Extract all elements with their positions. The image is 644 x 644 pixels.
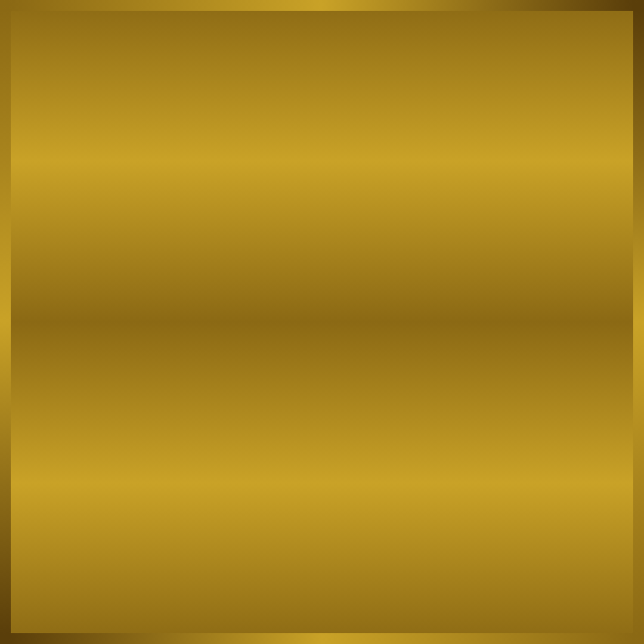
nav-close-btn[interactable]: Close — [588, 495, 612, 627]
ie-btn-2[interactable]: Internet Explorer 8 WebSlice — [374, 553, 442, 562]
menu-navigation[interactable]: Navigation — [74, 29, 112, 39]
minimize-button[interactable]: _ — [596, 14, 607, 24]
ie-thumbnail[interactable]: Internet Explorer 8 Beta ◀ ▶ ↺ e Interne… — [298, 466, 465, 633]
belfast-sub: ИРЛАНДСКИЙ ПАБ — [39, 589, 96, 595]
browser-icon: O — [13, 14, 23, 24]
nav-forums[interactable]: Forums — [105, 165, 148, 178]
opera-community: community — [49, 147, 100, 154]
menu-mail[interactable]: Mail — [154, 29, 174, 39]
nav-thumb-content: About - Netscape Navigator File Edit Vie… — [467, 467, 632, 632]
poll-label-3: Same (48%) — [509, 343, 627, 350]
related-link-3[interactable]: dilbert cartoons — [134, 73, 175, 79]
google-search-input[interactable] — [509, 113, 593, 126]
nav-open-web[interactable]: Open the Web — [148, 165, 212, 178]
skins-desc: Customize Opera with skins and panels. — [23, 316, 179, 326]
nav-opera-fans[interactable]: Opera fans — [268, 165, 322, 178]
poll-fill-1 — [509, 313, 542, 321]
ad-right-title[interactable]: Symbian Mobile Experts — [507, 43, 628, 51]
houses-graphic — [503, 228, 633, 258]
devs-thumb: ⚙ — [431, 370, 490, 418]
offer-heading: Special offer for Opera users — [509, 388, 627, 401]
firefox-tabs: 🦊 Google — [131, 487, 296, 493]
menu-help[interactable]: Help — [207, 29, 228, 39]
forums-desc: Use our forums to communicate with other… — [262, 316, 419, 336]
nav-about-title: About Netscape Navigator — [507, 490, 546, 510]
maximize-button[interactable]: □ — [608, 14, 619, 24]
belfast-year: 2006 — [55, 568, 79, 575]
go-button[interactable]: Go — [476, 114, 496, 125]
address-icons: 📄 ↺ 🖨 ▼ — [13, 114, 64, 126]
nav-developers[interactable]: Developers — [213, 165, 268, 178]
page-icon[interactable]: 📄 — [13, 114, 25, 126]
bookmark-opera-mail[interactable]: ✉ OperaMail — [121, 83, 163, 92]
poll-track-1 — [509, 313, 627, 321]
firefox-content: Firefox Navegador Web — [131, 493, 296, 632]
nav-toolbar: File Edit View Bookmarks — [467, 477, 632, 485]
tab-close-button[interactable]: × — [88, 103, 91, 109]
opera-banner-link[interactable]: Opera banner or button — [177, 239, 251, 247]
related-link-2[interactable]: comic strips — [97, 73, 129, 79]
firefox-thumb-content: Firefox - Google Search ◀ ▶ ↺ http://www… — [131, 467, 296, 632]
price-search-input[interactable] — [263, 82, 340, 93]
tab-bar: O Opera Community × — [11, 94, 633, 111]
nav-comics[interactable]: Comics — [322, 165, 364, 178]
opera-header: O MY OPERA community VISIT WWW.OPERA.COM — [11, 129, 633, 162]
main-title: Put an Opera Banner or Button on Your We… — [23, 192, 407, 206]
firefox-thumbnail[interactable]: Firefox - Google Search ◀ ▶ ↺ http://www… — [130, 466, 298, 633]
offer-desc: for $449 and get a free Pretec 802.11b w… — [549, 425, 627, 455]
reload-icon[interactable]: ↺ — [26, 114, 38, 126]
visit-opera-link[interactable]: VISIT WWW.OPERA.COM — [535, 140, 624, 151]
super-search-input[interactable] — [178, 82, 250, 93]
panels-link[interactable]: Panels — [46, 330, 68, 339]
bookmark-opera[interactable]: O Opera — [23, 83, 54, 92]
ad-left-desc2: guarantees here! — [16, 59, 497, 67]
nav-customize[interactable]: Customize — [52, 165, 105, 178]
navigator-thumbnail[interactable]: About - Netscape Navigator File Edit Vie… — [466, 466, 633, 633]
nav-title: About - Netscape Navigator — [469, 470, 528, 475]
prev-poll-link[interactable]: Previous poll — [509, 369, 627, 376]
menu-view[interactable]: View — [52, 29, 73, 39]
offer-opera-o: O — [532, 434, 550, 451]
offer-text: Buy the new Sharp SL-5600 for $449 and g… — [549, 406, 627, 455]
bookmark-opera-icon: O — [27, 84, 32, 91]
offer-link[interactable]: Buy the new Sharp SL-5600 — [549, 407, 617, 422]
ie-btn-1[interactable]: Internet Explorer 8 Activities — [302, 553, 369, 562]
firefox-desc: Navegador Web — [191, 582, 237, 587]
divider-1 — [23, 293, 490, 293]
ad-right-desc2: generation of mobile handsets — [507, 58, 628, 66]
related-link-1[interactable]: zits comic — [65, 73, 91, 79]
menu-edit[interactable]: Edit — [32, 29, 51, 39]
fans-title: Opera fans — [23, 370, 179, 380]
banner-text: Put an Opera Banner or Button on Your We… — [23, 192, 407, 281]
poll-label-1: More (28%) — [509, 305, 627, 312]
skins-link[interactable]: Skins — [23, 330, 40, 339]
nav-credits-btn[interactable]: Credits — [616, 495, 632, 627]
bookmark-icon[interactable]: ▼ — [52, 114, 64, 126]
url-input[interactable] — [67, 113, 474, 126]
amazon-search-input[interactable] — [354, 82, 419, 93]
opera-forums-link[interactable]: Opera forums — [262, 340, 306, 349]
bookmark-opera-community[interactable]: O Opera Community — [56, 83, 119, 92]
ie-toolbar: ◀ ▶ ↺ — [299, 477, 464, 485]
title-bar-text: O Opera Community - Opera — [13, 14, 107, 24]
ad-right-desc1: Software development for the next — [507, 51, 628, 58]
devs-section: Developers corner Find tips and tricks a… — [262, 370, 419, 418]
menu-window[interactable]: Window — [175, 29, 206, 39]
ad-left-title[interactable]: Wireless Access Point — [16, 43, 497, 51]
bookmark-toolbar: 📁 O Opera O Opera Community ✉ OperaMail … — [11, 81, 633, 94]
opera-big-icon: O — [422, 195, 487, 261]
print-icon[interactable]: 🖨 — [39, 114, 51, 126]
poll-votes: 1194 persons have voted in this poll. — [509, 362, 627, 369]
nav-home[interactable]: Home — [16, 165, 52, 178]
price-search-icon: 🔍 — [255, 84, 262, 91]
forums-title: Forums — [262, 303, 419, 312]
opera-community-tab[interactable]: O Opera Community × — [13, 100, 99, 111]
address-bar: 📄 ↺ 🖨 ▼ Go 🔍 100% — [11, 111, 633, 129]
fans-desc: Find the gear and the Opera — [23, 383, 179, 394]
menu-file[interactable]: File — [13, 29, 31, 39]
opera-nav: Home Customize Forums Open the Web Devel… — [11, 162, 633, 180]
opera-logo: O MY OPERA community — [20, 134, 100, 157]
menu-bookmarks[interactable]: Bookmarks — [113, 29, 153, 39]
skins-section: Opera skins and panels Customize Opera w… — [23, 303, 179, 351]
firefox-toolbar: ◀ ▶ ↺ http://www.google.com/... — [131, 478, 296, 487]
